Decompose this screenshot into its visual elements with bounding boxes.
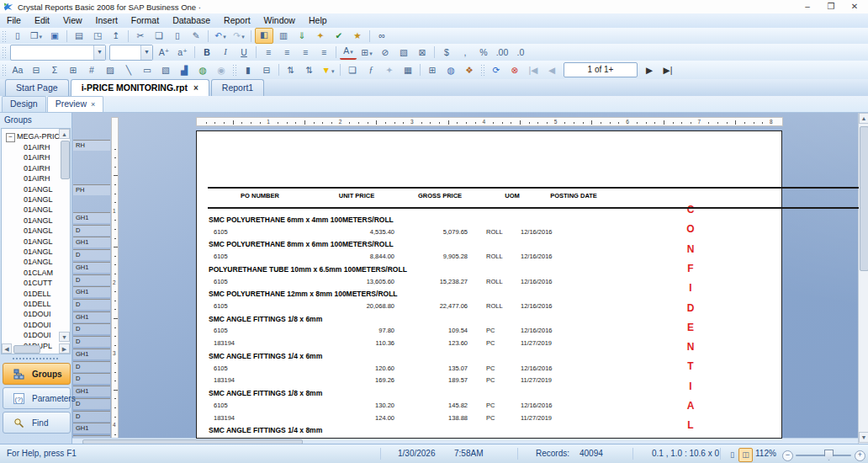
decrease-decimals-icon[interactable]: .0	[512, 45, 529, 60]
dropdown-arrow-icon[interactable]: ▾	[350, 49, 353, 55]
close-tab-icon[interactable]: ×	[193, 83, 198, 93]
insert-chart-icon[interactable]: ▟	[176, 63, 193, 77]
justify-icon[interactable]: ≡	[315, 45, 332, 60]
insert-map-icon[interactable]: ◍	[194, 63, 211, 77]
tree-scroll-up-icon[interactable]: ▲	[59, 129, 70, 139]
increase-font-icon[interactable]: A⁺	[156, 45, 172, 60]
tree-item[interactable]: 01AIRH	[24, 153, 50, 162]
scroll-down-icon[interactable]: ▼	[859, 432, 868, 443]
dropdown-arrow-icon[interactable]: ▾	[241, 34, 245, 40]
borders-icon[interactable]: ⊞▾	[358, 45, 375, 60]
italic-icon[interactable]: I	[217, 45, 234, 60]
document-tab-i-price-monitoring-rpt[interactable]: i-PRICE MONITORING.rpt×	[71, 79, 209, 96]
export-icon[interactable]: ↥	[108, 29, 124, 43]
menu-insert[interactable]: Insert	[89, 14, 124, 27]
dropdown-arrow-icon[interactable]: ▾	[39, 34, 42, 40]
groups-panel-button[interactable]: Groups	[3, 363, 71, 385]
align-center-icon[interactable]: ≡	[278, 45, 295, 60]
redo-icon[interactable]: ↷▾	[230, 29, 247, 43]
vertical-scroll-thumb[interactable]	[860, 126, 868, 271]
toggle-group-tree-icon[interactable]: ◧	[255, 28, 273, 44]
favorites-icon[interactable]: ★	[349, 29, 366, 43]
report-wizard-icon[interactable]: ✦	[312, 29, 329, 43]
menu-view[interactable]: View	[56, 14, 89, 27]
copy-format-icon[interactable]: ❏	[344, 63, 361, 77]
insert-summary-icon[interactable]: Σ	[46, 63, 63, 77]
tree-item[interactable]: 01ANGL	[24, 216, 53, 225]
close-preview-icon[interactable]: ×	[91, 100, 95, 109]
paste-icon[interactable]: ▯	[169, 29, 186, 43]
tree-item[interactable]: 01AIRH	[24, 164, 50, 173]
print-icon[interactable]: ▤	[71, 29, 87, 43]
save-icon[interactable]: ▣	[46, 29, 63, 43]
tree-item[interactable]: 01AIRH	[24, 174, 50, 183]
zoom-slider-handle[interactable]	[824, 450, 834, 460]
tree-scroll-right-icon[interactable]: ▶	[59, 343, 70, 354]
menu-edit[interactable]: Edit	[28, 14, 56, 27]
decrease-font-icon[interactable]: a⁺	[174, 45, 191, 60]
refresh-icon[interactable]: ⟳	[488, 63, 505, 77]
tree-item[interactable]: 01ANGL	[24, 226, 53, 235]
preview-vertical-scrollbar[interactable]: ▲ ▼	[858, 113, 868, 444]
suppress-icon[interactable]: ⊘	[377, 45, 394, 60]
insert-flash-icon[interactable]: ◉	[213, 63, 230, 77]
copy-icon[interactable]: ❏	[151, 29, 167, 43]
last-page-icon[interactable]: ▶|	[659, 63, 676, 77]
align-left-icon[interactable]: ≡	[260, 45, 277, 60]
minimize-button[interactable]: –	[796, 0, 819, 13]
align-right-icon[interactable]: ≡	[297, 45, 314, 60]
insert-line-icon[interactable]: ╲	[120, 63, 137, 77]
data-source-icon[interactable]: ⇓	[294, 29, 310, 43]
insert-text-object-icon[interactable]: Aa	[9, 63, 26, 77]
combo-dropdown-icon[interactable]: ▼	[93, 45, 105, 60]
tree-item[interactable]: 01CUTT	[24, 279, 52, 287]
lock-format-icon[interactable]: ▧	[395, 45, 412, 60]
single-page-view-icon[interactable]: ▯	[725, 448, 739, 462]
toolbar-grip[interactable]	[2, 30, 6, 42]
select-expert-icon[interactable]: ▼▾	[320, 63, 336, 77]
bold-icon[interactable]: B	[198, 45, 215, 60]
scroll-up-icon[interactable]: ▲	[859, 113, 868, 124]
zoom-out-icon[interactable]: −	[782, 450, 793, 461]
olap-design-icon[interactable]: ⊞	[424, 63, 441, 77]
tree-item[interactable]: 01DOUI	[24, 331, 51, 339]
thousands-separator-icon[interactable]: ,	[457, 45, 474, 60]
view-tab-design[interactable]: Design	[2, 96, 46, 112]
menu-file[interactable]: File	[0, 14, 28, 27]
menu-format[interactable]: Format	[124, 14, 166, 27]
group-expert-icon[interactable]: ⊟	[258, 63, 275, 77]
lock-position-icon[interactable]: ⊠	[414, 45, 431, 60]
tree-item[interactable]: 01ANGL	[24, 195, 53, 204]
tree-collapse-icon[interactable]: −	[6, 133, 15, 142]
menu-window[interactable]: Window	[257, 14, 302, 27]
dropdown-arrow-icon[interactable]: ▾	[223, 34, 226, 40]
group-sort-expert-icon[interactable]: ⇅	[301, 63, 318, 77]
zoom-slider-track[interactable]	[796, 455, 851, 456]
record-sort-expert-icon[interactable]: ⇅	[283, 63, 299, 77]
insert-group-icon[interactable]: ⊟	[28, 63, 45, 77]
verify-database-icon[interactable]: ✔	[331, 29, 347, 43]
insert-subreport-icon[interactable]: #	[83, 63, 100, 77]
section-expert-icon[interactable]: ▮	[240, 63, 257, 77]
underline-icon[interactable]: U	[236, 45, 252, 60]
increase-decimals-icon[interactable]: .00	[494, 45, 511, 60]
toolbar-grip[interactable]	[480, 64, 484, 76]
tree-item[interactable]: 01DELL	[24, 300, 51, 308]
highlighting-expert-icon[interactable]: ✦	[381, 63, 398, 77]
restore-button[interactable]: ❐	[819, 0, 843, 13]
find-panel-button[interactable]: Find	[3, 412, 71, 434]
view-tab-preview[interactable]: Preview×	[47, 96, 104, 112]
undo-icon[interactable]: ↶▾	[212, 29, 229, 43]
dropdown-arrow-icon[interactable]: ▾	[369, 51, 373, 56]
first-page-icon[interactable]: |◀	[525, 63, 542, 77]
currency-icon[interactable]: $	[438, 45, 455, 60]
font-name-combo[interactable]: ▼	[10, 45, 106, 61]
cut-icon[interactable]: ✂	[132, 29, 149, 43]
tree-scroll-left-icon[interactable]: ◀	[2, 343, 12, 354]
close-button[interactable]: ✕	[843, 0, 866, 13]
toolbar-grip[interactable]	[2, 46, 6, 58]
fit-page-view-icon[interactable]: ◫	[738, 448, 753, 462]
tree-root-item[interactable]: MEGA-PRIC	[17, 132, 60, 141]
new-report-icon[interactable]: ▯	[9, 29, 26, 43]
tree-item[interactable]: 01CLAM	[24, 269, 53, 277]
